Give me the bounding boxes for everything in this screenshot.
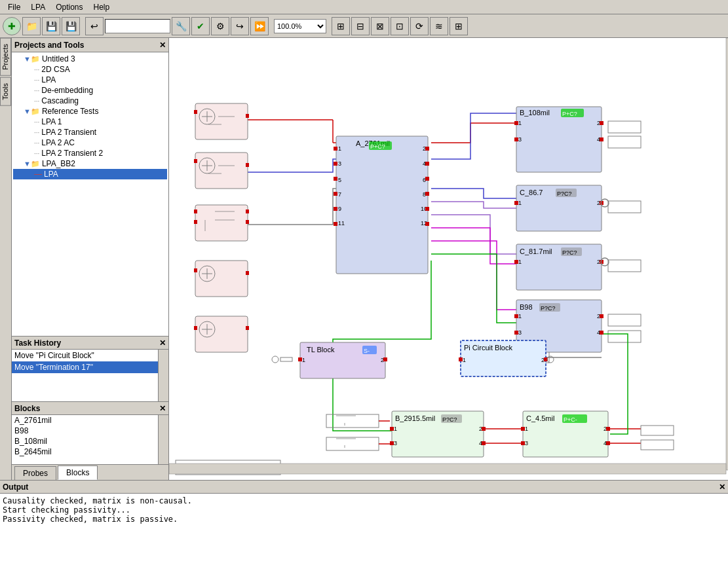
tree-item-lpa2t2[interactable]: ··· LPA 2 Transient 2 bbox=[13, 148, 167, 158]
tree-item-lpa1[interactable]: ··· LPA 1 bbox=[13, 117, 167, 127]
save-as-button[interactable]: 💾 bbox=[62, 17, 80, 35]
block-item-3[interactable]: B_2645mil bbox=[12, 447, 158, 457]
block-item-0[interactable]: A_2761mil bbox=[12, 415, 158, 426]
svg-text:B_2915.5mil: B_2915.5mil bbox=[395, 414, 435, 422]
output-title: Output bbox=[3, 483, 28, 492]
output-header: Output ✕ bbox=[0, 481, 728, 494]
output-line-2: Passivity checked, matrix is passive. bbox=[3, 515, 725, 524]
run-button[interactable]: ⚙ bbox=[211, 17, 229, 35]
settings-button[interactable]: 🔧 bbox=[172, 17, 190, 35]
blocks-header: Blocks ✕ bbox=[12, 402, 168, 415]
blocks-scrollbar[interactable] bbox=[158, 415, 168, 464]
svg-rect-18 bbox=[194, 159, 197, 163]
zoom-select[interactable]: 100.0% 50.0% 75.0% 150.0% 200.0% bbox=[274, 19, 326, 33]
task-scrollbar[interactable] bbox=[158, 350, 168, 401]
svg-rect-99 bbox=[600, 314, 603, 318]
svg-rect-130 bbox=[390, 427, 394, 431]
svg-text:C_86.7: C_86.7 bbox=[520, 189, 543, 196]
tree-item-lpa[interactable]: ··· LPA bbox=[13, 75, 167, 85]
blocks-close-icon[interactable]: ✕ bbox=[159, 404, 166, 413]
save-button[interactable]: 💾 bbox=[42, 17, 60, 35]
tab-probes[interactable]: Probes bbox=[14, 466, 56, 480]
src-block-5[interactable] bbox=[195, 316, 248, 352]
block-item-1[interactable]: B98 bbox=[12, 426, 158, 436]
file-icon-cascading: ··· bbox=[34, 98, 39, 105]
new-button[interactable]: ✚ bbox=[3, 17, 21, 35]
layout-btn-4[interactable]: ⊡ bbox=[391, 17, 409, 35]
svg-rect-74 bbox=[600, 137, 603, 141]
tree-item-untitled3[interactable]: ▼📁 Untitled 3 bbox=[13, 54, 167, 64]
search-input[interactable] bbox=[105, 19, 170, 33]
file-icon-deembedding: ··· bbox=[34, 87, 39, 94]
tree-item-cascading[interactable]: ··· Cascading bbox=[13, 96, 167, 106]
tree-item-lpa-active[interactable]: — LPA bbox=[13, 169, 167, 179]
layout-btn-6[interactable]: ≋ bbox=[430, 17, 448, 35]
src-block-3[interactable] bbox=[195, 205, 248, 241]
active-icon-lpa: — bbox=[34, 170, 42, 179]
svg-text:1: 1 bbox=[302, 357, 305, 363]
tree-item-lpa2ac[interactable]: ··· LPA 2 AC bbox=[13, 137, 167, 148]
svg-rect-19 bbox=[246, 163, 249, 167]
menu-options[interactable]: Options bbox=[50, 1, 88, 13]
svg-text:1: 1 bbox=[394, 426, 397, 432]
svg-rect-142 bbox=[606, 427, 610, 431]
file-icon-lpa: ··· bbox=[34, 77, 39, 84]
layout-btn-3[interactable]: ⊠ bbox=[371, 17, 389, 35]
svg-rect-108 bbox=[383, 357, 387, 361]
svg-rect-88 bbox=[514, 260, 518, 264]
projects-close-icon[interactable]: ✕ bbox=[159, 41, 166, 50]
tree-label-lpa2ac: LPA 2 AC bbox=[41, 138, 74, 147]
layout-btn-1[interactable]: ⊞ bbox=[332, 17, 350, 35]
menu-file[interactable]: File bbox=[3, 1, 26, 13]
task-history-close-icon[interactable]: ✕ bbox=[159, 338, 166, 348]
task-item-0[interactable]: Move "Pi Circuit Block" bbox=[12, 350, 158, 361]
canvas-area[interactable]: A_2761mil P+C? 1 2 3 4 5 6 7 8 9 10 11 1… bbox=[169, 38, 728, 480]
tree-item-reftests[interactable]: ▼📁 Reference Tests bbox=[13, 106, 167, 117]
task-item-1[interactable]: Move "Termination 17" bbox=[12, 361, 158, 373]
src-block-2[interactable] bbox=[195, 153, 248, 189]
forward-button[interactable]: ⏩ bbox=[250, 17, 269, 35]
svg-text:TL Block: TL Block bbox=[307, 346, 335, 354]
svg-rect-11 bbox=[194, 110, 197, 114]
svg-rect-100 bbox=[514, 331, 518, 335]
svg-rect-133 bbox=[482, 441, 486, 445]
svg-text:1: 1 bbox=[518, 313, 522, 319]
svg-text:B_108mil: B_108mil bbox=[520, 109, 550, 117]
svg-rect-141 bbox=[521, 427, 525, 431]
layout-btn-2[interactable]: ⊟ bbox=[351, 17, 370, 35]
menu-lpa[interactable]: LPA bbox=[26, 1, 50, 13]
tree-item-lpa2t[interactable]: ··· LPA 2 Transient bbox=[13, 127, 167, 137]
layout-btn-5[interactable]: ⟳ bbox=[410, 17, 429, 35]
check-button[interactable]: ✔ bbox=[191, 17, 210, 35]
svg-rect-107 bbox=[298, 357, 302, 361]
side-tabs: Projects Tools bbox=[0, 38, 12, 480]
svg-text:5: 5 bbox=[338, 177, 341, 183]
open-button[interactable]: 📁 bbox=[22, 17, 41, 35]
src-block-4[interactable] bbox=[195, 261, 248, 297]
svg-rect-25 bbox=[194, 220, 197, 224]
menu-help[interactable]: Help bbox=[88, 1, 115, 13]
svg-rect-73 bbox=[514, 137, 518, 141]
svg-rect-63 bbox=[425, 222, 429, 226]
undo-button[interactable]: ↩ bbox=[85, 17, 104, 35]
svg-text:Pi Circuit Block: Pi Circuit Block bbox=[464, 344, 512, 352]
block-a2761mil[interactable] bbox=[336, 136, 428, 274]
output-close-icon[interactable]: ✕ bbox=[719, 483, 725, 492]
tree-item-deembedding[interactable]: ··· De-embedding bbox=[13, 85, 167, 96]
tab-blocks[interactable]: Blocks bbox=[58, 465, 98, 480]
block-b108mil[interactable] bbox=[516, 107, 602, 172]
blocks-panel: Blocks ✕ A_2761mil B98 B_108mil B_2645mi… bbox=[12, 401, 168, 480]
tree-item-lpabb2[interactable]: ▼📁 LPA_BB2 bbox=[13, 158, 167, 169]
tree-label-lpa2t: LPA 2 Transient bbox=[41, 128, 96, 137]
tree-item-2dcsa[interactable]: ··· 2D CSA bbox=[13, 64, 167, 75]
svg-rect-26 bbox=[246, 220, 249, 224]
src-block-1[interactable] bbox=[195, 103, 248, 139]
block-item-2[interactable]: B_108mil bbox=[12, 436, 158, 447]
svg-text:1: 1 bbox=[518, 200, 522, 206]
tab-tools[interactable]: Tools bbox=[0, 77, 11, 106]
tab-projects[interactable]: Projects bbox=[0, 38, 11, 76]
blocks-list: A_2761mil B98 B_108mil B_2645mil bbox=[12, 415, 158, 464]
task-history-panel: Task History ✕ Move "Pi Circuit Block" M… bbox=[12, 336, 168, 401]
redo-button[interactable]: ↪ bbox=[231, 17, 249, 35]
layout-btn-7[interactable]: ⊞ bbox=[450, 17, 468, 35]
